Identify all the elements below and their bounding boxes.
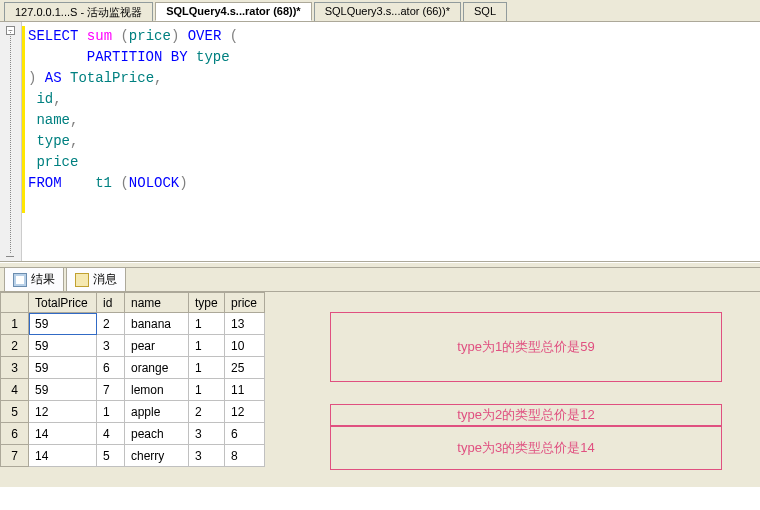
annotation-type1: type为1的类型总价是59	[330, 312, 722, 382]
tab-messages[interactable]: 消息	[66, 267, 126, 292]
col-header-price[interactable]: price	[225, 293, 265, 313]
tab-results[interactable]: 结果	[4, 267, 64, 292]
col-price: price	[28, 154, 78, 170]
cell-id[interactable]: 1	[97, 401, 125, 423]
row-number[interactable]: 7	[1, 445, 29, 467]
table-t1: t1	[95, 175, 112, 191]
col-header-name[interactable]: name	[125, 293, 189, 313]
sql-editor-pane: − SELECT sum (price) OVER ( PARTITION BY…	[0, 22, 760, 262]
kw-partition: PARTITION	[87, 49, 163, 65]
cell-totalprice[interactable]: 59	[29, 335, 97, 357]
cell-id[interactable]: 2	[97, 313, 125, 335]
cell-price[interactable]: 10	[225, 335, 265, 357]
cell-price[interactable]: 13	[225, 313, 265, 335]
cell-name[interactable]: peach	[125, 423, 189, 445]
annotation-type2: type为2的类型总价是12	[330, 404, 722, 426]
cell-type[interactable]: 1	[189, 357, 225, 379]
comma: ,	[154, 70, 162, 86]
col-header-totalprice[interactable]: TotalPrice	[29, 293, 97, 313]
tab-results-label: 结果	[31, 271, 55, 288]
editor-tabs: 127.0.0.1...S - 活动监视器 SQLQuery4.s...rato…	[0, 0, 760, 22]
table-row[interactable]: 7 14 5 cherry 3 8	[1, 445, 265, 467]
kw-over: OVER	[188, 28, 222, 44]
paren: )	[179, 175, 187, 191]
cell-price[interactable]: 8	[225, 445, 265, 467]
row-number[interactable]: 6	[1, 423, 29, 445]
cell-name[interactable]: pear	[125, 335, 189, 357]
fn-sum: sum	[87, 28, 112, 44]
sql-editor[interactable]: SELECT sum (price) OVER ( PARTITION BY t…	[22, 22, 760, 261]
row-number[interactable]: 1	[1, 313, 29, 335]
header-row: TotalPrice id name type price	[1, 293, 265, 313]
cell-id[interactable]: 4	[97, 423, 125, 445]
cell-price[interactable]: 6	[225, 423, 265, 445]
cell-id[interactable]: 6	[97, 357, 125, 379]
fold-end	[6, 256, 14, 257]
tab-sqlquery3[interactable]: SQLQuery3.s...ator (66))*	[314, 2, 461, 21]
kw-by: BY	[162, 49, 187, 65]
tab-activity-monitor[interactable]: 127.0.0.1...S - 活动监视器	[4, 2, 153, 21]
results-grid-wrap: TotalPrice id name type price 1 59 2 ban…	[0, 292, 760, 487]
alias-totalprice: TotalPrice	[62, 70, 154, 86]
cell-id[interactable]: 3	[97, 335, 125, 357]
cell-type[interactable]: 3	[189, 445, 225, 467]
paren: (	[112, 175, 129, 191]
result-tabs: 结果 消息	[0, 268, 760, 292]
comma: ,	[53, 91, 61, 107]
table-row[interactable]: 4 59 7 lemon 1 11	[1, 379, 265, 401]
tab-sql-more[interactable]: SQL	[463, 2, 507, 21]
col-name: name	[28, 112, 70, 128]
cell-type[interactable]: 1	[189, 335, 225, 357]
tab-messages-label: 消息	[93, 271, 117, 288]
cell-name[interactable]: orange	[125, 357, 189, 379]
cell-name[interactable]: lemon	[125, 379, 189, 401]
row-number[interactable]: 5	[1, 401, 29, 423]
kw-nolock: NOLOCK	[129, 175, 179, 191]
row-number[interactable]: 3	[1, 357, 29, 379]
cell-totalprice[interactable]: 14	[29, 445, 97, 467]
cell-totalprice[interactable]: 59	[29, 357, 97, 379]
cell-name[interactable]: apple	[125, 401, 189, 423]
editor-gutter: −	[0, 22, 22, 261]
indent	[28, 49, 87, 65]
cell-id[interactable]: 7	[97, 379, 125, 401]
table-row[interactable]: 3 59 6 orange 1 25	[1, 357, 265, 379]
kw-from: FROM	[28, 175, 62, 191]
message-icon	[75, 273, 89, 287]
kw-as: AS	[45, 70, 62, 86]
table-row[interactable]: 5 12 1 apple 2 12	[1, 401, 265, 423]
cell-name[interactable]: banana	[125, 313, 189, 335]
table-row[interactable]: 1 59 2 banana 1 13	[1, 313, 265, 335]
col-header-type[interactable]: type	[189, 293, 225, 313]
grid-icon	[13, 273, 27, 287]
table-row[interactable]: 6 14 4 peach 3 6	[1, 423, 265, 445]
col-type: type	[188, 49, 230, 65]
cell-type[interactable]: 2	[189, 401, 225, 423]
col-header-id[interactable]: id	[97, 293, 125, 313]
cell-type[interactable]: 1	[189, 313, 225, 335]
cell-totalprice[interactable]: 12	[29, 401, 97, 423]
cell-totalprice[interactable]: 59	[29, 379, 97, 401]
cell-name[interactable]: cherry	[125, 445, 189, 467]
row-number[interactable]: 4	[1, 379, 29, 401]
cell-type[interactable]: 1	[189, 379, 225, 401]
tab-sqlquery4[interactable]: SQLQuery4.s...rator (68))*	[155, 2, 312, 21]
table-row[interactable]: 2 59 3 pear 1 10	[1, 335, 265, 357]
cell-totalprice[interactable]: 14	[29, 423, 97, 445]
cell-id[interactable]: 5	[97, 445, 125, 467]
col-id: id	[28, 91, 53, 107]
cell-totalprice[interactable]: 59	[29, 313, 97, 335]
corner-cell[interactable]	[1, 293, 29, 313]
col-price: price	[129, 28, 171, 44]
paren: )	[28, 70, 45, 86]
row-number[interactable]: 2	[1, 335, 29, 357]
cell-type[interactable]: 3	[189, 423, 225, 445]
cell-price[interactable]: 11	[225, 379, 265, 401]
results-grid[interactable]: TotalPrice id name type price 1 59 2 ban…	[0, 292, 265, 467]
paren: (	[112, 28, 129, 44]
paren: (	[221, 28, 238, 44]
comma: ,	[70, 112, 78, 128]
col-type: type	[28, 133, 70, 149]
cell-price[interactable]: 25	[225, 357, 265, 379]
cell-price[interactable]: 12	[225, 401, 265, 423]
